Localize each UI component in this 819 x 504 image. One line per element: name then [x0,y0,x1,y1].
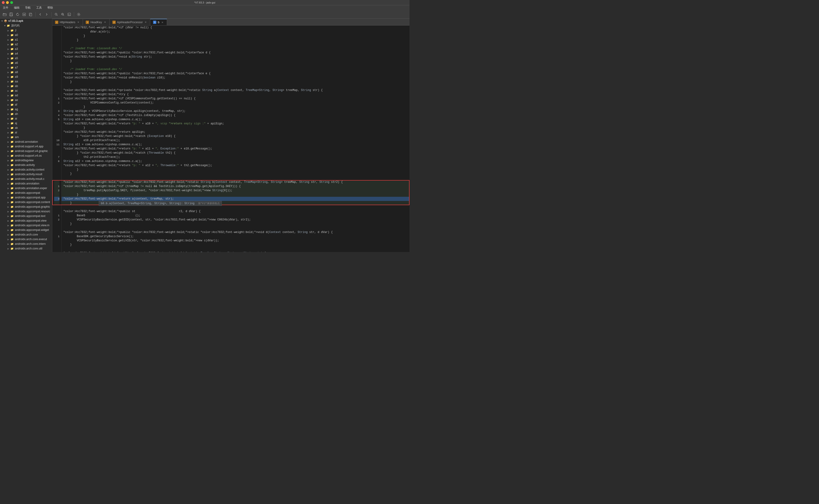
sidebar-item-label: ah [15,112,18,116]
arrow-icon: ▶ [7,76,10,78]
line-num-21: 4 [54,113,59,117]
sidebar-item-am[interactable]: ▶ 📁 am [0,135,52,139]
toolbar-back[interactable] [37,12,43,17]
tab-close-headkey[interactable]: ✕ [103,21,107,24]
sidebar-item-androidx-arch-core-execut[interactable]: ▶ 📁 androidx.arch.core.execut [0,237,52,242]
menu-edit[interactable]: 编辑 [13,5,20,10]
toolbar-search1[interactable] [53,12,59,17]
menu-tools[interactable]: 工具 [35,5,43,10]
sidebar-item-androidx-appcompat-view-m[interactable]: ▶ 📁 androidx.appcompat.view.m [0,223,52,228]
menu-help[interactable]: 帮助 [46,5,54,10]
sidebar-item-ad[interactable]: ▶ 📁 ad [0,93,52,98]
close-button[interactable] [2,1,5,4]
folder-icon: 📁 [10,140,14,144]
sidebar-item-androidx-appcompat[interactable]: ▶ 📁 androidx.appcompat [0,191,52,195]
sidebar-item-android-support-v4-app[interactable]: ▶ 📁 android.support.v4.app [0,144,52,149]
tab-close-b[interactable]: ✕ [161,21,164,24]
sidebar-item-androidx-appcompat-app[interactable]: ▶ 📁 androidx.appcompat.app [0,195,52,200]
sidebar-item-a9[interactable]: ▶ 📁 a9 [0,74,52,79]
tree-root-apk[interactable]: ▼ 📦 v7.83.3.apk [0,19,52,23]
sidebar-item-androidtagview[interactable]: ▶ 📁 androidtagview [0,158,52,163]
toolbar-export2[interactable] [28,12,33,17]
sidebar-item-androidx-annotation-exper[interactable]: ▶ 📁 androidx.annotation.exper [0,186,52,191]
sidebar-item-a5[interactable]: ▶ 📁 a5 [0,56,52,61]
code-editor[interactable]: 1234510117812312113 "color:#cc7832;font-… [52,26,410,252]
sidebar-item-aj[interactable]: ▶ 📁 aj [0,121,52,126]
sidebar-item-a0[interactable]: ▶ 📁 a0 [0,33,52,37]
arrow-icon: ▶ [7,155,10,157]
sidebar-item-J[interactable]: ▶ 📁 J [0,28,52,33]
sidebar-item-android-annotation[interactable]: ▶ 📁 android.annotation [0,139,52,144]
sidebar-item-androidx-activity[interactable]: ▶ 📁 androidx.activity [0,163,52,167]
toolbar-reload[interactable] [15,12,20,17]
folder-icon: 📁 [10,47,14,51]
maximize-button[interactable] [10,1,13,4]
sidebar-item-androidx-activity-result[interactable]: ▶ 📁 androidx.activity.result [0,172,52,177]
line-num-50: 1 [54,234,59,239]
code-line-10: /* loaded from: classes8.dex */ [62,67,410,71]
sidebar-item-ah[interactable]: ▶ 📁 ah [0,112,52,116]
sidebar-item-ac[interactable]: ▶ 📁 ac [0,88,52,93]
folder-icon: 📁 [10,186,14,190]
code-line-47: } [62,222,410,226]
sidebar-item-androidx-appcompat-content[interactable]: ▶ 📁 androidx.appcompat.content [0,200,52,204]
line-num-39: 2 [54,188,59,193]
sidebar-item-androidx-appcompat-view[interactable]: ▶ 📁 androidx.appcompat.view [0,218,52,223]
toolbar-settings[interactable] [76,12,81,17]
sidebar-item-androidx-appcompat-text[interactable]: ▶ 📁 androidx.appcompat.text [0,214,52,218]
tab-headkey[interactable]: J HeadKey ✕ [83,19,109,25]
tab-b[interactable]: b b ✕ [150,19,167,25]
sidebar-item-ab[interactable]: ▶ 📁 ab [0,84,52,88]
toolbar-forward[interactable] [44,12,49,17]
tab-close-httpheaders[interactable]: ✕ [77,21,80,24]
sidebar[interactable]: ▼ 📦 v7.83.3.apk ▼ 📁 源代码 ▶ 📁 J ▶ 📁 a0 ▶ 📁… [0,19,52,252]
sidebar-item-al[interactable]: ▶ 📁 al [0,130,52,135]
tree-source-code[interactable]: ▼ 📁 源代码 [0,23,52,28]
minimize-button[interactable] [6,1,9,4]
sidebar-item-ae[interactable]: ▶ 📁 ae [0,98,52,102]
sidebar-item-aa[interactable]: ▶ 📁 aa [0,79,52,84]
code-line-28: String a11 = com.achievo.vipshop.commons… [62,142,410,147]
toolbar-export1[interactable] [21,12,27,17]
menu-file[interactable]: 文件 [2,5,9,10]
tab-httpheaders[interactable]: J HttpHeaders ✕ [52,19,83,25]
sidebar-item-androidx-appcompat-graphic[interactable]: ▶ 📁 androidx.appcompat.graphic [0,204,52,209]
toolbar-open[interactable] [2,12,7,17]
arrow-icon: ▶ [7,57,10,60]
sidebar-item-android-support-v4-graphic[interactable]: ▶ 📁 android.support.v4.graphic [0,149,52,153]
sidebar-item-androidx-annotation[interactable]: ▶ 📁 androidx.annotation [0,181,52,186]
sidebar-item-androidx-appcompat-widget[interactable]: ▶ 📁 androidx.appcompat.widget [0,228,52,232]
arrow-icon: ▶ [7,229,10,231]
sidebar-item-androidx-asynclayoutinflat[interactable]: ▶ 📁 androidx.asynclayoutinflat [0,251,52,252]
line-num-5 [54,46,59,51]
sidebar-item-androidx-appcompat-resourc[interactable]: ▶ 📁 androidx.appcompat.resourc [0,209,52,214]
folder-icon: 📁 [10,163,14,167]
sidebar-item-ag[interactable]: ▶ 📁 ag [0,107,52,112]
sidebar-item-a8[interactable]: ▶ 📁 a8 [0,70,52,74]
tab-apiheaderprocessor[interactable]: J ApiHeaderProcessor ✕ [110,19,150,25]
sidebar-item-androidx-activity-context[interactable]: ▶ 📁 androidx.activity.context [0,167,52,172]
arrow-icon: ▶ [7,131,10,134]
sidebar-item-a7[interactable]: ▶ 📁 a7 [0,65,52,70]
sidebar-item-a1[interactable]: ▶ 📁 a1 [0,37,52,42]
menu-navigate[interactable]: 导航 [24,5,32,10]
toolbar-search2[interactable] [60,12,65,17]
tab-close-apiheaderprocessor[interactable]: ✕ [144,21,147,24]
sidebar-item-androidx-arch-core-util[interactable]: ▶ 📁 androidx.arch.core.util [0,246,52,251]
sidebar-item-af[interactable]: ▶ 📁 af [0,102,52,107]
toolbar-decompile[interactable] [66,12,72,17]
sidebar-item-a2[interactable]: ▶ 📁 a2 [0,42,52,47]
sidebar-item-ak[interactable]: ▶ 📁 ak [0,126,52,130]
toolbar-save[interactable] [8,12,14,17]
sidebar-item-a6[interactable]: ▶ 📁 a6 [0,61,52,65]
sidebar-item-androidx-activity-result-c[interactable]: ▶ 📁 androidx.activity.result.c [0,177,52,181]
code-line-41: "color:#cc7832;font-weight:bold;">return… [62,197,410,201]
sidebar-item-a4[interactable]: ▶ 📁 a4 [0,51,52,56]
sidebar-item-a3[interactable]: ▶ 📁 a3 [0,47,52,51]
arrow-icon: ▶ [7,145,10,148]
sidebar-item-androidx-arch-core[interactable]: ▶ 📁 androidx.arch.core [0,232,52,237]
sidebar-item-ai[interactable]: ▶ 📁 ai [0,116,52,121]
sidebar-item-android-support-v4-os[interactable]: ▶ 📁 android.support.v4.os [0,153,52,158]
line-num-18: 2 [54,101,59,105]
sidebar-item-androidx-arch-core-intern[interactable]: ▶ 📁 androidx.arch.core.intern [0,242,52,246]
